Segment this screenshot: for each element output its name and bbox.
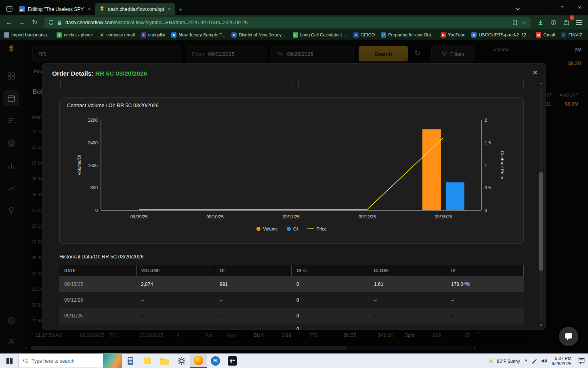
bookmark-favicon: G bbox=[353, 32, 359, 38]
clipped-field-left bbox=[60, 81, 292, 89]
history-row-partial[interactable]: 0 bbox=[59, 324, 524, 330]
col-header-iv: IV bbox=[446, 265, 523, 276]
search-highlight-image[interactable] bbox=[103, 354, 122, 368]
taskbar-file-explorer-icon[interactable] bbox=[156, 354, 173, 368]
history-row[interactable]: 09/11/25 – – 0 – – bbox=[59, 308, 524, 324]
bookmark-item[interactable]: ccraigslist bbox=[141, 32, 166, 38]
bookmark-item[interactable]: ccomcast email bbox=[99, 32, 134, 38]
scrollbar-thumb[interactable] bbox=[539, 172, 543, 271]
bookmark-item[interactable]: GGEICO bbox=[353, 32, 375, 38]
bookmark-item[interactable]: ▶YouTube bbox=[441, 32, 465, 38]
weather-text: 83°F Sunny bbox=[497, 359, 520, 364]
pen-icon[interactable] bbox=[531, 358, 537, 364]
bookmarks-toolbar: ↓Import bookmarks... kcricket - phone cc… bbox=[0, 30, 588, 40]
bookmark-item[interactable]: NNew Jersey Sample F... bbox=[171, 32, 225, 38]
tab-editing-spy-report[interactable]: Editing "The Useless SPY Repor × bbox=[15, 3, 95, 15]
menu-hamburger-icon[interactable] bbox=[573, 17, 585, 28]
taskbar-tradingview-icon[interactable] bbox=[224, 354, 241, 368]
svg-text:Volume/OI: Volume/OI bbox=[77, 154, 82, 175]
scroll-up-arrow[interactable]: ^ bbox=[538, 82, 544, 86]
cell-iv: – bbox=[446, 292, 524, 308]
action-center-icon[interactable] bbox=[578, 358, 585, 364]
svg-text:1: 1 bbox=[485, 163, 487, 168]
taskbar-search-box[interactable]: Type here to search bbox=[19, 354, 122, 368]
cell-oi: 991 bbox=[215, 276, 292, 292]
page-content: RR From09/01/2025 To09/26/2025 Search ↻ … bbox=[0, 40, 588, 353]
start-button[interactable] bbox=[0, 354, 19, 368]
bookmark-item[interactable]: PPreparing for and Obt... bbox=[381, 32, 435, 38]
modal-close-icon[interactable]: × bbox=[533, 68, 538, 77]
legend-oi[interactable]: OI bbox=[287, 226, 298, 231]
bookmark-favicon: P bbox=[381, 32, 386, 38]
bookmark-item[interactable]: DDistrict of New Jersey ... bbox=[231, 32, 287, 38]
tab-close-icon[interactable]: × bbox=[167, 6, 172, 12]
maximize-button[interactable]: □ bbox=[554, 0, 571, 15]
svg-text:800: 800 bbox=[90, 185, 98, 190]
bookmark-item[interactable]: FFINVIZ bbox=[561, 32, 582, 38]
tab-label: Editing "The Useless SPY Repor bbox=[28, 6, 84, 12]
taskbar-sticky-notes-icon[interactable] bbox=[139, 354, 156, 368]
chat-support-button[interactable] bbox=[559, 327, 578, 346]
downloads-icon[interactable] bbox=[535, 17, 546, 28]
history-row[interactable]: 09/12/25 – – 0 – – bbox=[59, 292, 524, 308]
tab-close-icon[interactable]: × bbox=[87, 6, 92, 12]
sun-icon bbox=[488, 358, 494, 364]
new-tab-button[interactable]: + bbox=[175, 4, 187, 15]
tab-cheddarflow-options[interactable]: dash.cheddarflow.com/options × bbox=[95, 3, 175, 15]
taskbar-weather-widget[interactable]: 83°F Sunny bbox=[488, 358, 520, 364]
tab-favicon-cheddarflow-icon bbox=[99, 6, 105, 12]
modal-title-contract: RR 5C 03/20/2026 bbox=[95, 70, 147, 77]
bookmark-item[interactable]: UUSCOURTS-paed-2_12... bbox=[471, 32, 530, 38]
firefox-view-icon[interactable] bbox=[4, 4, 15, 14]
close-window-button[interactable]: × bbox=[571, 0, 588, 15]
legend-price[interactable]: Price bbox=[307, 226, 327, 231]
modal-title: Order Details: RR 5C 03/20/2026 bbox=[52, 70, 147, 77]
taskbar-clock[interactable]: 5:07 PM 9/28/2025 bbox=[552, 356, 571, 366]
taskbar-firefox-icon[interactable] bbox=[190, 354, 207, 368]
cell-volume: – bbox=[136, 308, 215, 324]
info-circle-icon[interactable] bbox=[548, 17, 559, 28]
cell-oi: – bbox=[215, 292, 292, 308]
legend-volume[interactable]: Volume bbox=[256, 226, 278, 231]
col-header-date: DATE bbox=[59, 265, 136, 276]
chart-legend: Volume OI Price bbox=[60, 226, 523, 231]
list-all-tabs-chevron-icon[interactable] bbox=[512, 3, 523, 15]
lock-icon[interactable] bbox=[57, 20, 62, 25]
modal-scrollbar[interactable]: ^ v bbox=[538, 82, 544, 327]
cell-date: 09/15/25 bbox=[59, 276, 136, 292]
bookmark-star-icon[interactable]: ☆ bbox=[521, 19, 527, 26]
volume-icon[interactable] bbox=[541, 358, 547, 364]
url-path: /historical-flow?symbol=RR&from=2025-09-… bbox=[113, 20, 248, 25]
history-row[interactable]: 09/15/25 2,874 991 0 1.61 178.24% bbox=[59, 276, 524, 292]
svg-text:2400: 2400 bbox=[88, 140, 98, 145]
taskbar-calculator-icon[interactable] bbox=[122, 354, 139, 368]
back-button[interactable]: ← bbox=[3, 17, 15, 28]
url-text: dash.cheddarflow.com/historical-flow?sym… bbox=[65, 20, 509, 25]
extensions-icon[interactable]: 4 bbox=[561, 17, 572, 28]
volume-oi-price-chart: 080016002400320000.511.5209/09/2509/10/2… bbox=[60, 98, 524, 224]
bookmark-favicon: k bbox=[57, 32, 62, 38]
tray-expand-chevron[interactable]: ^ bbox=[525, 359, 527, 364]
tab-label: dash.cheddarflow.com/options bbox=[108, 6, 164, 12]
svg-text:0: 0 bbox=[485, 208, 487, 213]
bookmark-item[interactable]: LLong Call Calculator | ... bbox=[293, 32, 347, 38]
taskbar-settings-gear-icon[interactable] bbox=[173, 354, 190, 368]
bookmark-item[interactable]: MGmail bbox=[536, 32, 555, 38]
save-to-pocket-icon[interactable] bbox=[512, 20, 517, 25]
cell-date: 09/12/25 bbox=[59, 292, 136, 308]
order-details-modal: Order Details: RR 5C 03/20/2026 × 080016… bbox=[42, 63, 546, 330]
volume-swatch bbox=[256, 227, 260, 231]
oi-swatch bbox=[287, 227, 291, 231]
bookmark-favicon: c bbox=[99, 32, 104, 38]
scroll-down-arrow[interactable]: v bbox=[538, 323, 544, 327]
forward-button[interactable]: → bbox=[16, 17, 27, 28]
address-bar[interactable]: dash.cheddarflow.com/historical-flow?sym… bbox=[44, 17, 531, 28]
tracking-protection-shield-icon[interactable] bbox=[48, 19, 54, 25]
taskbar-thunderbird-icon[interactable] bbox=[207, 354, 224, 368]
reload-button[interactable]: ↻ bbox=[29, 17, 40, 28]
bookmark-item[interactable]: kcricket - phone bbox=[57, 32, 93, 38]
minimize-button[interactable]: – bbox=[537, 0, 554, 15]
bookmark-item[interactable]: ↓Import bookmarks... bbox=[4, 32, 50, 38]
chart-title: Contract Volume / OI: RR 5C 03/20/2026 bbox=[67, 103, 159, 108]
cell-oi-change: 0 bbox=[292, 308, 369, 324]
